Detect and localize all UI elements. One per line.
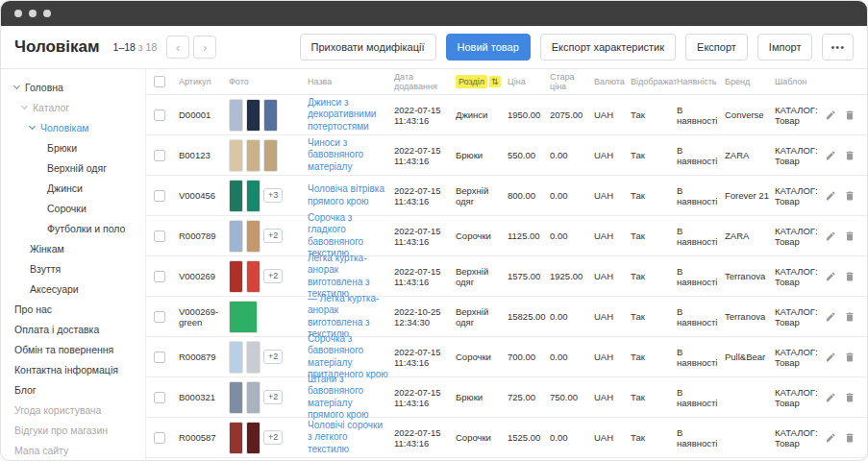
column-header-old-price[interactable]: Стара ціна (550, 72, 594, 91)
edit-icon[interactable] (827, 432, 836, 444)
export-characteristics-button[interactable]: Експорт характеристик (540, 34, 676, 61)
sidebar-item-8[interactable]: Жінкам (1, 238, 145, 258)
row-checkbox[interactable] (154, 190, 165, 202)
sidebar-item-15[interactable]: Блог (1, 379, 145, 400)
delete-icon[interactable] (844, 311, 856, 323)
column-header-sku[interactable]: Артикул (179, 77, 229, 86)
sidebar-item-label: Жінкам (30, 243, 64, 255)
product-template: КАТАЛОГ: Товар (775, 145, 818, 166)
row-checkbox[interactable] (154, 109, 165, 121)
table-row: R000789 +2 Сорочка з гладкого бавовняног… (146, 216, 867, 256)
sidebar-item-11[interactable]: Про нас (1, 299, 145, 319)
product-template: КАТАЛОГ: Товар (775, 427, 818, 449)
row-checkbox[interactable] (154, 230, 165, 242)
row-checkbox[interactable] (154, 432, 165, 444)
edit-icon[interactable] (827, 311, 836, 323)
column-header-currency[interactable]: Валюта (594, 77, 631, 86)
edit-icon[interactable] (827, 190, 836, 202)
sidebar-item-4[interactable]: Верхній одяг (1, 158, 145, 178)
column-header-photo[interactable]: Фото (229, 77, 308, 86)
product-name-link[interactable]: Джинси з декоративними потертостями (308, 97, 388, 133)
sidebar-item-1[interactable]: Каталог (1, 97, 145, 117)
column-header-brand[interactable]: Бренд (725, 77, 775, 86)
product-name-link[interactable]: Штани з бавовняного матеріалу прямого кр… (308, 374, 388, 422)
delete-icon[interactable] (844, 271, 856, 282)
sidebar-item-0[interactable]: Головна (1, 77, 145, 97)
product-display-flag: Так (631, 109, 645, 120)
edit-icon[interactable] (827, 271, 836, 282)
pagination-prev-button[interactable]: ‹ (166, 36, 189, 59)
sidebar-item-10[interactable]: Аксесуари (1, 279, 145, 299)
sidebar-item-13[interactable]: Обмін та повернення (1, 339, 145, 359)
product-name-link[interactable]: Чоловічі сорочки з легкого текстилю (308, 420, 388, 456)
delete-icon[interactable] (844, 352, 856, 363)
edit-icon[interactable] (827, 109, 836, 121)
product-photos: +2 (229, 260, 302, 293)
new-product-button[interactable]: Новий товар (446, 34, 531, 61)
edit-icon[interactable] (827, 230, 836, 242)
sidebar-item-3[interactable]: Брюки (1, 137, 145, 158)
sort-toggle-icon[interactable]: ⇅ (489, 76, 501, 87)
pagination-range: 1–18 (113, 41, 136, 53)
product-stock-status: В наявності (677, 427, 717, 449)
product-section: Джинси (456, 109, 487, 120)
row-checkbox[interactable] (154, 392, 165, 403)
pagination-next-button[interactable]: › (193, 36, 216, 59)
row-checkbox[interactable] (154, 352, 165, 363)
edit-icon[interactable] (827, 352, 836, 363)
product-price: 1525.00 (508, 432, 540, 443)
sidebar-item-2[interactable]: Чоловікам (1, 117, 145, 137)
edit-icon[interactable] (827, 392, 836, 403)
product-section: Сорочки (456, 352, 491, 362)
product-photo-thumbnail (246, 220, 260, 253)
product-display-flag: Так (631, 150, 645, 160)
column-header-display[interactable]: Відображати (631, 77, 677, 86)
sidebar-item-6[interactable]: Сорочки (1, 198, 145, 218)
sidebar-item-9[interactable]: Взуття (1, 258, 145, 279)
column-header-section-sorted[interactable]: Розділ ⇅ (456, 75, 502, 88)
sidebar-item-12[interactable]: Оплата і доставка (1, 319, 145, 339)
delete-icon[interactable] (844, 109, 856, 121)
product-stock-status: В наявності (677, 185, 717, 206)
product-name-link[interactable]: Чиноси з бавовняного матеріалу (308, 137, 388, 174)
sidebar-item-7[interactable]: Футболки и поло (1, 218, 145, 238)
column-header-date[interactable]: Дата додавання (394, 72, 456, 91)
window-close-button[interactable] (14, 10, 22, 17)
column-header-stock[interactable]: Наявність (677, 77, 725, 86)
sidebar-item-18[interactable]: Мапа сайту (1, 440, 145, 460)
table-row: D00001 Джинси з декоративними потертостя… (146, 95, 867, 135)
sidebar-item-16[interactable]: Угода користувача (1, 400, 145, 420)
sidebar-item-17[interactable]: Відгуки про магазин (1, 420, 145, 440)
more-actions-button[interactable]: ••• (822, 34, 854, 61)
window-maximize-button[interactable] (43, 10, 51, 17)
import-button[interactable]: Імпорт (757, 34, 813, 61)
edit-icon[interactable] (827, 150, 836, 161)
delete-icon[interactable] (844, 150, 856, 161)
delete-icon[interactable] (844, 230, 856, 242)
delete-icon[interactable] (844, 392, 856, 403)
delete-icon[interactable] (844, 190, 856, 202)
delete-icon[interactable] (844, 432, 856, 444)
product-section: Брюки (456, 392, 483, 402)
product-date-added: 2022-07-15 11:43:16 (394, 347, 441, 368)
row-checkbox[interactable] (154, 150, 165, 161)
window-minimize-button[interactable] (29, 10, 37, 17)
sidebar-item-14[interactable]: Контактна інформація (1, 359, 145, 379)
sidebar-item-5[interactable]: Джинси (1, 178, 145, 198)
product-date-added: 2022-07-15 11:43:16 (394, 145, 441, 166)
product-photos (229, 99, 302, 132)
product-name-link[interactable]: Чоловіча вітрівка прямого крою (308, 183, 388, 207)
content-area: Головна Каталог Чоловікам Брюки Верхній … (1, 69, 867, 460)
row-checkbox[interactable] (154, 311, 165, 323)
column-header-template[interactable]: Шаблон (775, 77, 827, 86)
hide-modifications-button[interactable]: Приховати модифікації (300, 34, 436, 61)
select-all-checkbox[interactable] (154, 76, 165, 87)
export-button[interactable]: Експорт (685, 34, 748, 61)
product-photo-thumbnail (229, 381, 243, 414)
column-header-name[interactable]: Назва (308, 77, 394, 86)
product-date-added: 2022-07-15 11:43:16 (394, 105, 441, 126)
column-header-price[interactable]: Ціна (508, 77, 550, 86)
product-photo-thumbnail (263, 99, 278, 132)
row-checkbox[interactable] (154, 271, 165, 282)
product-price: 1950.00 (508, 109, 540, 120)
